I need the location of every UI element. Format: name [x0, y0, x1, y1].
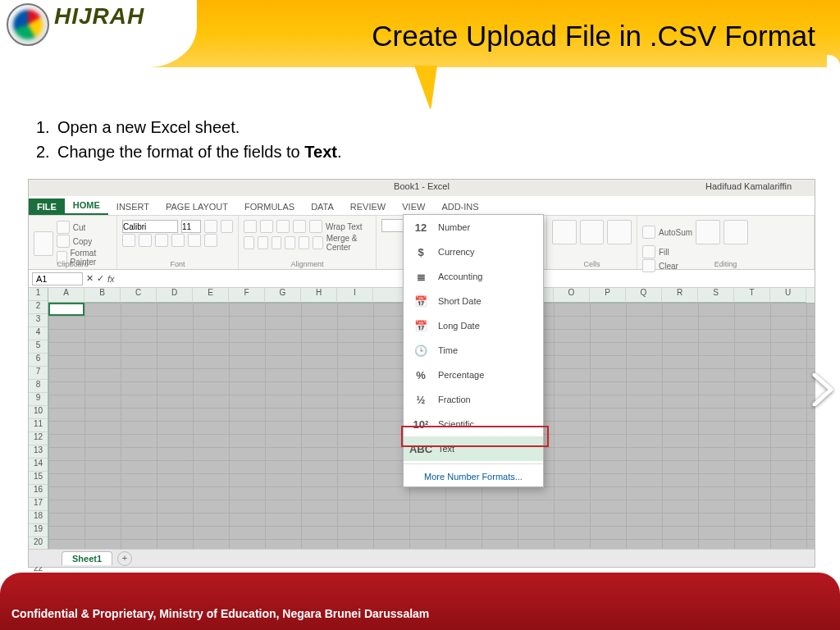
nf-option-short-date[interactable]: 📅Short Date — [404, 289, 543, 313]
enter-icon[interactable]: ✓ — [97, 273, 104, 284]
row-header[interactable]: 9 — [29, 393, 48, 406]
column-header[interactable]: C — [121, 288, 157, 303]
font-name-input[interactable] — [122, 220, 178, 233]
font-color-icon[interactable] — [204, 234, 217, 247]
nf-label: Percentage — [438, 370, 484, 380]
ribbon-tab-formulas[interactable]: FORMULAS — [236, 199, 303, 215]
indent-dec-icon[interactable] — [285, 236, 295, 249]
row-header[interactable]: 4 — [29, 327, 48, 340]
fx-label[interactable]: fx — [107, 274, 115, 284]
column-header[interactable]: H — [301, 288, 337, 303]
fill-icon[interactable] — [642, 245, 655, 258]
decrease-font-icon[interactable] — [221, 220, 234, 233]
align-left-icon[interactable] — [244, 236, 254, 249]
instruction-1: 1.Open a new Excel sheet. — [36, 115, 342, 139]
ribbon-tab-data[interactable]: DATA — [303, 199, 342, 215]
nf-option-fraction[interactable]: ½Fraction — [404, 387, 543, 412]
align-top-icon[interactable] — [244, 220, 257, 233]
column-header[interactable]: A — [48, 288, 84, 303]
column-header[interactable]: P — [590, 288, 626, 303]
orientation-icon[interactable] — [293, 220, 306, 233]
row-header[interactable]: 19 — [29, 524, 48, 537]
column-header[interactable]: B — [84, 288, 121, 303]
border-icon[interactable] — [171, 234, 185, 247]
ribbon-tab-add-ins[interactable]: ADD-INS — [433, 199, 486, 215]
row-header[interactable]: 2 — [29, 301, 48, 314]
autosum-icon[interactable] — [642, 226, 655, 239]
active-cell[interactable] — [48, 303, 84, 316]
column-header[interactable]: T — [734, 288, 770, 303]
row-header[interactable]: 16 — [29, 485, 48, 498]
row-header[interactable]: 18 — [29, 511, 48, 524]
column-header[interactable]: Q — [626, 288, 662, 303]
cut-icon[interactable] — [57, 221, 70, 234]
nf-more-formats[interactable]: More Number Formats... — [404, 467, 543, 486]
column-header[interactable]: S — [698, 288, 734, 303]
name-box[interactable] — [32, 272, 83, 285]
nf-option-scientific[interactable]: 10²Scientific — [404, 412, 543, 436]
row-header[interactable]: 12 — [29, 432, 48, 445]
format-cells-icon[interactable] — [607, 220, 632, 244]
bold-icon[interactable] — [122, 234, 135, 247]
italic-icon[interactable] — [139, 234, 152, 247]
row-header[interactable]: 15 — [29, 472, 48, 485]
cancel-icon[interactable]: ✕ — [86, 273, 94, 284]
insert-cells-icon[interactable] — [552, 220, 577, 244]
nf-option-percentage[interactable]: %Percentage — [404, 363, 543, 387]
align-center-icon[interactable] — [258, 236, 268, 249]
row-header[interactable]: 5 — [29, 340, 48, 354]
align-bottom-icon[interactable] — [276, 220, 290, 233]
row-header[interactable]: 6 — [29, 354, 48, 367]
indent-inc-icon[interactable] — [299, 236, 309, 249]
nf-option-text[interactable]: ABCText — [404, 436, 543, 461]
column-header[interactable]: G — [265, 288, 301, 303]
column-header[interactable]: E — [193, 288, 229, 303]
row-header[interactable]: 17 — [29, 498, 48, 511]
row-header[interactable]: 13 — [29, 445, 48, 459]
merge-icon[interactable] — [313, 236, 323, 249]
fill-color-icon[interactable] — [188, 234, 201, 247]
column-header[interactable]: D — [157, 288, 193, 303]
row-header[interactable]: 10 — [29, 406, 48, 419]
row-header[interactable]: 8 — [29, 380, 48, 393]
add-sheet-button[interactable]: + — [117, 551, 132, 566]
sort-filter-icon[interactable] — [696, 220, 720, 244]
nf-option-long-date[interactable]: 📅Long Date — [404, 313, 543, 338]
nf-option-time[interactable]: 🕒Time — [404, 338, 543, 363]
nf-label: Long Date — [438, 321, 480, 331]
nf-label: Accounting — [438, 272, 482, 281]
ribbon-tab-view[interactable]: VIEW — [394, 199, 433, 215]
delete-cells-icon[interactable] — [580, 220, 605, 244]
row-header[interactable]: 1 — [29, 288, 48, 301]
group-label-clipboard: Clipboard — [29, 260, 116, 268]
wrap-text-label: Wrap Text — [326, 222, 363, 231]
column-header[interactable]: O — [554, 288, 590, 303]
row-header[interactable]: 14 — [29, 459, 48, 472]
row-header[interactable]: 11 — [29, 419, 48, 432]
copy-icon[interactable] — [57, 235, 70, 248]
ribbon-tab-page-layout[interactable]: PAGE LAYOUT — [158, 199, 236, 215]
paste-icon[interactable] — [34, 231, 53, 256]
underline-icon[interactable] — [155, 234, 168, 247]
nf-option-currency[interactable]: $Currency — [404, 240, 543, 264]
wrap-text-icon[interactable] — [309, 220, 322, 233]
find-select-icon[interactable] — [724, 220, 748, 244]
increase-font-icon[interactable] — [204, 220, 217, 233]
align-middle-icon[interactable] — [260, 220, 273, 233]
column-header[interactable]: F — [229, 288, 265, 303]
row-header[interactable]: 3 — [29, 314, 48, 327]
sheet-tab[interactable]: Sheet1 — [62, 551, 112, 565]
row-header[interactable]: 7 — [29, 367, 48, 380]
ribbon-tab-file[interactable]: FILE — [29, 199, 65, 215]
column-header[interactable]: R — [662, 288, 698, 303]
nf-option-number[interactable]: 12Number — [404, 215, 543, 240]
font-size-input[interactable] — [181, 220, 201, 233]
next-slide-button[interactable] — [807, 369, 838, 410]
align-right-icon[interactable] — [272, 236, 282, 249]
nf-option-accounting[interactable]: ≣Accounting — [404, 264, 543, 289]
column-header[interactable]: U — [770, 288, 806, 303]
ribbon-tab-home[interactable]: HOME — [65, 197, 108, 215]
ribbon-tab-insert[interactable]: INSERT — [108, 199, 158, 215]
ribbon-tab-review[interactable]: REVIEW — [342, 199, 394, 215]
column-header[interactable]: I — [337, 288, 373, 303]
